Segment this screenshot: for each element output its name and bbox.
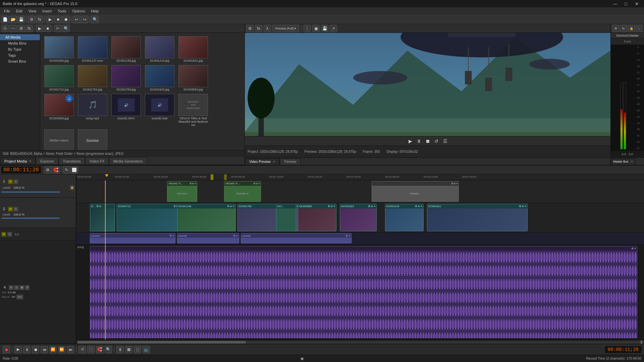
effects-chain-button[interactable]: ⎕ (134, 346, 141, 353)
media-item[interactable]: Mother nature VEGAS Titles & TextMother … (43, 129, 75, 150)
tab-video-fx[interactable]: Video FX (85, 157, 109, 165)
media-item[interactable]: 🔊 sound1.WAV (110, 93, 142, 127)
track-mute-4[interactable]: M (9, 285, 13, 290)
tab-transitions[interactable]: Transitions (58, 157, 85, 165)
script-button[interactable]: fx (25, 25, 33, 32)
surround-lock-button[interactable]: 🔒 (628, 25, 635, 32)
video-clip-1219[interactable]: DCIM1219 ⚙ fx ≡ (385, 204, 424, 231)
open-button[interactable]: 📂 (9, 16, 17, 23)
edit-cursor-button[interactable]: ⬚ (87, 346, 95, 353)
preview-save-button[interactable]: 💾 (321, 25, 328, 32)
timeline-snap-button[interactable]: 🧲 (52, 166, 60, 174)
tab-trimmer[interactable]: Trimmer (280, 158, 301, 165)
scroll-right-button[interactable]: ❯ (639, 340, 643, 344)
import-button[interactable]: ➕ (1, 25, 9, 32)
track-arm-4[interactable]: ◉ (19, 285, 24, 290)
media-item[interactable]: ♫ DCIM3583.jpg (43, 93, 75, 127)
zoom-button[interactable]: 🔍 (91, 16, 99, 23)
surround-fx-button[interactable]: fx (620, 25, 627, 32)
sidebar-item-smart-bins[interactable]: Smart Bins (0, 58, 40, 64)
new-button[interactable]: 📄 (1, 16, 9, 23)
audio-track-mute[interactable]: M (1, 232, 6, 237)
preview-settings-button[interactable]: ⚙ (246, 25, 254, 32)
settings2-button[interactable]: ⚙ (17, 25, 25, 32)
media-item[interactable]: DCIM1783.jpg (110, 64, 142, 92)
media-item[interactable]: Sunrise VEGAS Titles & TextSunrise (76, 129, 109, 150)
song-clip[interactable]: ⚙ ≡ (90, 246, 637, 338)
preview-script-button[interactable]: λ (264, 25, 271, 32)
track-lock-button[interactable]: 🔒 (70, 185, 74, 190)
track-level-bar[interactable] (1, 191, 60, 193)
bus-pre-button[interactable]: Pre (16, 295, 23, 299)
track-mute-button2[interactable]: M (8, 207, 13, 212)
preview-stop-button[interactable]: ⏹ (424, 137, 431, 145)
menu-tools[interactable]: Tools (55, 8, 69, 14)
redo-button[interactable]: ↪ (81, 16, 88, 23)
start-marker[interactable] (211, 174, 213, 180)
audio-clip-3[interactable]: sound1 ⚙ ≡ (241, 233, 352, 243)
track-loop-4[interactable]: ↺ (25, 285, 30, 290)
preview-play-button[interactable]: ▶ (407, 137, 414, 145)
sidebar-item-by-type[interactable]: By Type (0, 46, 40, 52)
video-clip-d[interactable]: D... ⚙ fx (90, 204, 115, 231)
sidebar-item-all-media[interactable]: All Media (0, 34, 40, 40)
preview-loop-button[interactable]: ↺ (433, 137, 440, 145)
track-solo-4[interactable]: S (14, 285, 19, 290)
scrollbar-track[interactable] (77, 341, 639, 344)
media-item[interactable]: 🔊 sound2.wav (144, 93, 176, 127)
video-clip-1138[interactable]: DCIM1138 ⚙ fx ≡ (177, 204, 236, 231)
menu-options[interactable]: Options (70, 8, 88, 14)
tab-media-generators[interactable]: Media Generators (109, 157, 147, 165)
audio-track-solo[interactable]: S (7, 232, 12, 237)
tab-video-preview[interactable]: Video Preview ✕ (245, 158, 280, 165)
record-button[interactable]: ⏺ (62, 16, 70, 23)
mixer-button[interactable]: 🎚 (116, 346, 124, 353)
ext-monitor-button[interactable]: 📺 (143, 346, 150, 353)
track-solo-button[interactable]: S (13, 179, 18, 184)
preview-pause-button[interactable]: ⏸ (415, 137, 423, 145)
record-transport-button[interactable]: ⏺ (3, 346, 10, 353)
snap-button[interactable]: 🧲 (96, 346, 103, 353)
transport-back-button[interactable]: ⏩ (49, 346, 57, 353)
media-item[interactable]: DCIM1923.jpg (144, 64, 176, 92)
save-button[interactable]: 💾 (17, 16, 25, 23)
media-item[interactable]: DCIM3563.jpg (177, 64, 209, 92)
timeline-edit-button[interactable]: ✎ (63, 166, 70, 174)
preview-tab-close[interactable]: ✕ (273, 160, 275, 164)
media-item[interactable]: DCIM1621.jpg (177, 36, 209, 63)
video-scopes-button[interactable]: ▦ (125, 346, 132, 353)
transport-step-fwd-button[interactable]: ⏭ (67, 346, 74, 353)
title-clip-1[interactable]: VEGAS Ti... ⚙ fx ≡ Set free! (167, 181, 197, 202)
stop2-button[interactable]: ■ (44, 25, 51, 32)
fx-button[interactable]: fx (36, 16, 43, 23)
surround-expand-button[interactable]: ↕ (636, 25, 643, 32)
media-item[interactable]: DCIM1712.jpg (43, 64, 75, 92)
track-level-bar2[interactable] (1, 218, 60, 219)
sidebar-item-media-bins[interactable]: Media Bins (0, 40, 40, 46)
menu-insert[interactable]: Insert (40, 8, 54, 14)
video-clip-3583[interactable]: DCIM3583 ⚙ fx ≡ (298, 204, 336, 231)
stop-button[interactable]: ■ (54, 16, 62, 23)
tab-master-bus[interactable]: Master Bus ✕ (611, 158, 636, 165)
menu-help[interactable]: Help (88, 8, 101, 14)
preview-fx-button[interactable]: fx (255, 25, 262, 32)
media-item[interactable]: DCIM1754.jpg (76, 64, 109, 92)
media-item[interactable]: Beautifulanddestructive VEGAS Titles & T… (177, 93, 209, 127)
track-mute-button[interactable]: M (8, 179, 13, 184)
menu-file[interactable]: File (1, 8, 13, 14)
timeline-scrollbar[interactable]: ❯ (76, 340, 644, 344)
video-clip-dci[interactable]: DCI... (276, 204, 296, 231)
sidebar-item-tags[interactable]: Tags (0, 52, 40, 58)
video-clip-1621[interactable]: DCIM1621 ⚙ fx ≡ (427, 204, 528, 231)
title-clip-2[interactable]: VEGAS Ti... ⚙ fx ≡ Rumble in (224, 181, 261, 202)
media-item[interactable]: 🎵 song.mp3 (76, 93, 109, 127)
timeline-settings-button[interactable]: ⚙ (44, 166, 52, 174)
timeline-select-button[interactable]: ⬜ (71, 166, 78, 174)
scrollbar-thumb[interactable] (77, 341, 246, 344)
preview-menu-button[interactable]: ☰ (441, 137, 449, 145)
maximize-button[interactable]: □ (621, 0, 631, 7)
loop-button[interactable]: ↺ (78, 346, 86, 353)
media-item[interactable]: DCIM1219.jpg (144, 36, 176, 63)
surround-settings-button[interactable]: ⚙ (612, 25, 619, 32)
end-marker[interactable] (224, 174, 227, 180)
